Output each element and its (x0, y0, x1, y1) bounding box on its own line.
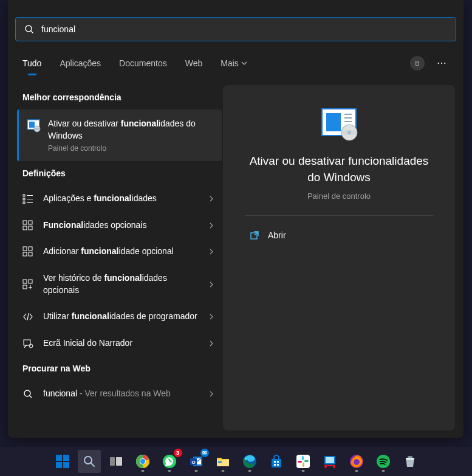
settings-item-2[interactable]: Adicionar funcionalidade opcional (15, 238, 222, 265)
svg-line-29 (30, 396, 32, 398)
svg-point-43 (84, 457, 92, 464)
svg-point-37 (347, 131, 351, 134)
settings-item-icon (22, 311, 33, 322)
tab-more-label: Mais (221, 58, 239, 68)
edge-icon[interactable] (238, 450, 261, 473)
store-icon[interactable] (265, 450, 288, 473)
settings-item-5[interactable]: Ecrã Inicial do Narrador (15, 330, 222, 357)
svg-rect-40 (63, 455, 69, 461)
svg-rect-22 (23, 285, 27, 289)
settings-item-icon (22, 193, 33, 204)
features-icon (320, 107, 358, 141)
preview-title: Ativar ou desativar funcionalidades do W… (245, 153, 433, 185)
search-taskbar-icon[interactable] (78, 450, 101, 473)
settings-item-icon (22, 220, 33, 231)
more-options[interactable]: ⋯ (434, 55, 449, 71)
svg-point-50 (140, 459, 145, 464)
spotify-icon[interactable] (372, 450, 395, 473)
svg-rect-62 (277, 464, 279, 466)
svg-point-27 (29, 344, 33, 348)
svg-rect-31 (326, 113, 341, 131)
chevron-right-icon (208, 280, 214, 289)
settings-item-label: Ecrã Inicial do Narrador (43, 337, 199, 350)
whatsapp-icon[interactable]: 3 (158, 450, 181, 473)
tabs-row: Tudo Aplicações Documentos Web Mais B ⋯ (8, 49, 463, 78)
chevron-right-icon (208, 194, 214, 204)
search-input[interactable] (41, 24, 447, 34)
open-action[interactable]: Abrir (245, 224, 433, 246)
search-panel: Tudo Aplicações Documentos Web Mais B ⋯ … (8, 0, 463, 438)
firefox-icon[interactable] (345, 450, 368, 473)
whatsapp-badge: 3 (174, 449, 182, 457)
svg-rect-12 (23, 221, 27, 224)
svg-rect-21 (29, 280, 32, 283)
results-column: Melhor correspondência Ativar ou desativ… (8, 78, 222, 438)
settings-item-icon (22, 246, 33, 257)
search-box[interactable] (15, 17, 456, 41)
svg-rect-42 (63, 462, 69, 468)
snip-icon[interactable] (318, 450, 341, 473)
tab-more[interactable]: Mais (221, 52, 247, 74)
tab-apps[interactable]: Aplicações (60, 52, 101, 74)
svg-rect-64 (302, 456, 304, 460)
section-best-match: Melhor correspondência (15, 85, 222, 109)
outlook-icon[interactable]: O ✉ (185, 450, 208, 473)
tab-all[interactable]: Tudo (22, 52, 41, 74)
settings-item-4[interactable]: Utilizar funcionalidades de programador (15, 303, 222, 330)
recycle-bin-icon[interactable] (398, 450, 422, 473)
svg-rect-8 (23, 202, 25, 204)
outlook-badge: ✉ (200, 449, 209, 457)
search-row (8, 0, 463, 49)
explorer-icon[interactable] (211, 450, 234, 473)
taskview-icon[interactable] (104, 450, 128, 473)
best-match-subtitle: Painel de controlo (48, 144, 214, 153)
user-avatar[interactable]: B (410, 56, 425, 71)
svg-rect-18 (23, 252, 27, 256)
chevron-right-icon (208, 339, 214, 348)
open-label: Abrir (268, 230, 286, 240)
chrome-icon[interactable] (131, 450, 154, 473)
tab-web[interactable]: Web (185, 52, 203, 74)
svg-line-25 (27, 313, 29, 320)
svg-point-70 (324, 466, 327, 468)
settings-item-1[interactable]: Funcionalidades opcionais (15, 212, 222, 239)
settings-item-label: Utilizar funcionalidades de programador (43, 311, 199, 323)
svg-rect-67 (298, 461, 302, 463)
start-button[interactable] (51, 450, 74, 473)
svg-rect-75 (408, 456, 412, 458)
section-settings: Definições (15, 161, 222, 185)
svg-rect-14 (23, 226, 27, 230)
chevron-right-icon (208, 247, 214, 257)
svg-rect-57 (218, 461, 222, 463)
search-icon (22, 388, 33, 399)
svg-rect-6 (23, 195, 25, 196)
svg-rect-59 (274, 461, 276, 463)
best-match-item[interactable]: Ativar ou desativar funcionalidades do W… (17, 109, 222, 161)
chevron-down-icon (241, 60, 247, 66)
svg-rect-26 (24, 340, 30, 345)
svg-rect-3 (29, 122, 35, 128)
svg-rect-65 (304, 460, 309, 462)
svg-rect-20 (23, 280, 27, 283)
svg-rect-19 (29, 252, 32, 256)
svg-point-5 (34, 128, 40, 129)
best-match-title: Ativar ou desativar funcionalidades do W… (48, 118, 214, 142)
svg-rect-41 (56, 462, 62, 468)
features-icon (26, 118, 41, 133)
chevron-right-icon (208, 312, 214, 322)
slack-icon[interactable] (292, 450, 315, 473)
settings-item-label: Aplicações e funcionalidades (43, 193, 199, 205)
web-item-label: funcional - Ver resultados na Web (43, 388, 199, 400)
svg-line-1 (31, 31, 33, 33)
svg-rect-17 (29, 247, 32, 250)
tab-docs[interactable]: Documentos (119, 52, 167, 74)
taskbar: 3 O ✉ (0, 447, 472, 476)
web-search-item[interactable]: funcional - Ver resultados na Web (15, 381, 222, 407)
svg-point-71 (333, 466, 335, 468)
settings-item-3[interactable]: Ver histórico de funcionalidades opciona… (15, 265, 222, 303)
preview-subtitle: Painel de controlo (307, 191, 371, 201)
svg-rect-45 (110, 457, 115, 466)
settings-item-0[interactable]: Aplicações e funcionalidades (15, 185, 222, 212)
svg-rect-46 (116, 457, 122, 466)
divider (245, 215, 433, 216)
